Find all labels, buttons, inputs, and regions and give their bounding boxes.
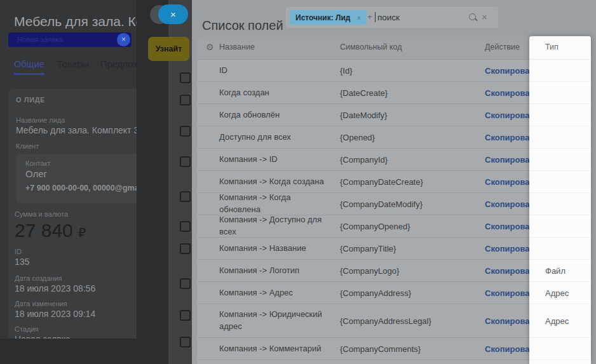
id-value: 135 [15,257,29,267]
type-cell: Адрес [529,282,591,304]
contact-label: Контакт [25,159,51,167]
type-cell [529,149,591,171]
type-column-rows: ФайлАдресАдрес [529,60,591,360]
filter-tag[interactable]: Источник: Лид × [290,10,367,25]
field-code-cell: {CompanyOpened} [340,222,410,231]
type-column-spotlight: Тип ФайлАдресАдрес [529,36,591,364]
row-checkbox[interactable] [180,243,191,254]
client-label: Клиент [16,142,39,150]
type-cell [529,193,591,215]
stage-label: Стадия [15,325,39,333]
type-cell [529,82,591,104]
type-cell: Файл [529,260,591,282]
tab-products[interactable]: Товары [57,59,89,69]
contact-name[interactable]: Олег [25,168,47,179]
filter-tag-label: Источник: Лид [295,13,350,22]
sum-label: Сумма и валюта [15,210,68,218]
sum-value: 27 840 ₽ [15,220,86,241]
field-name-cell: Компания -> Логотип [219,265,332,277]
field-name-cell: ID [219,65,332,77]
type-cell [529,104,591,126]
field-code-cell: {Opened} [340,133,375,142]
type-value: Файл [545,266,566,276]
field-name-cell: Компания -> Адрес [219,287,332,299]
modified-value: 18 июля 2023 09:14 [15,309,95,319]
field-name-cell: Компания -> Юридический адрес [219,309,332,333]
row-checkbox[interactable] [180,95,191,105]
field-name-cell: Компания -> Комментарий [219,343,332,355]
modal-title: Список полей [202,18,283,33]
type-cell [529,171,591,193]
id-label: ID [15,248,22,255]
field-code-cell: {DateModify} [340,111,387,120]
field-code-cell: {CompanyDateCreate} [340,177,423,187]
field-code-cell: {CompanyDateModify} [340,199,423,209]
field-name-cell: Компания -> Когда обновлена [219,192,332,216]
field-code-cell: {CompanyLogo} [340,266,399,276]
search-bar[interactable]: Источник: Лид × + поиск × [286,7,498,28]
type-cell [529,126,591,149]
field-name-cell: Доступно для всех [219,131,332,144]
search-input[interactable]: поиск [377,13,400,22]
section-title: О ЛИДЕ [16,96,45,104]
close-icon: × [170,9,176,20]
type-cell [529,238,591,260]
row-checkbox[interactable] [180,156,191,167]
field-code-cell: {CompanyTitle} [340,244,396,253]
gear-icon[interactable]: ⚙ [206,42,214,52]
row-checkbox[interactable] [180,191,191,202]
stage-bar-label: Новая заявка [17,36,63,43]
type-cell: Адрес [529,304,591,338]
field-code-cell: {CompanyAddressLegal} [340,316,431,326]
field-code-cell: {CompanyComments} [340,344,421,354]
row-checkbox[interactable] [180,278,191,289]
text-caret [375,12,376,22]
row-checkbox[interactable] [180,72,191,83]
currency-sign: ₽ [78,226,86,239]
col-action-header: Действие [485,43,520,51]
field-code-cell: {Id} [340,66,353,76]
modified-label: Дата изменения [15,300,67,307]
field-name-cell: Компания -> Доступно для всех [219,214,332,238]
tab-general[interactable]: Общие [14,59,44,69]
page-title: Мебель для зала. Ком [14,14,152,29]
col-type-header: Тип [529,36,591,60]
field-code-cell: {CompanyAddress} [340,288,411,298]
lead-name-value: Мебель для зала. Комплект 345 [16,125,149,135]
promo-button[interactable]: Узнайт [148,37,189,61]
lead-stage-bar[interactable]: Новая заявка × [8,32,132,47]
type-cell [529,215,591,238]
col-code-header: Символьный код [340,43,402,51]
field-code-cell: {DateCreate} [340,88,388,98]
field-name-cell: Компания -> ID [219,154,332,166]
type-value: Адрес [545,316,569,326]
type-cell [529,60,591,82]
field-name-cell: Компания -> Когда создана [219,176,332,188]
field-code-cell: {CompanyId} [340,155,388,165]
col-name-header: Название [219,43,255,51]
search-icon[interactable] [469,13,476,20]
row-checkbox[interactable] [180,126,191,137]
field-name-cell: Когда создан [219,87,332,99]
type-value: Адрес [545,288,569,298]
created-value: 18 июля 2023 08:56 [15,283,95,293]
lead-detail-panel: Мебель для зала. Ком Новая заявка × Общи… [0,0,168,364]
type-cell [529,338,591,360]
screen: Мебель для зала. Ком Новая заявка × Общи… [0,0,596,364]
tag-remove-icon[interactable]: × [356,14,360,22]
row-checkbox[interactable] [180,310,191,321]
created-label: Дата создания [15,274,62,282]
row-checkbox[interactable] [180,337,191,347]
field-name-cell: Когда обновлён [219,109,332,121]
stage-close-icon[interactable]: × [117,33,130,46]
modal-close-button[interactable]: × [158,4,188,24]
search-plus-sign: + [367,12,372,22]
lead-name-label: Название лида [16,116,65,124]
clear-search-icon[interactable]: × [482,11,487,22]
row-checkbox[interactable] [180,221,191,232]
field-name-cell: Компания -> Название [219,243,332,255]
